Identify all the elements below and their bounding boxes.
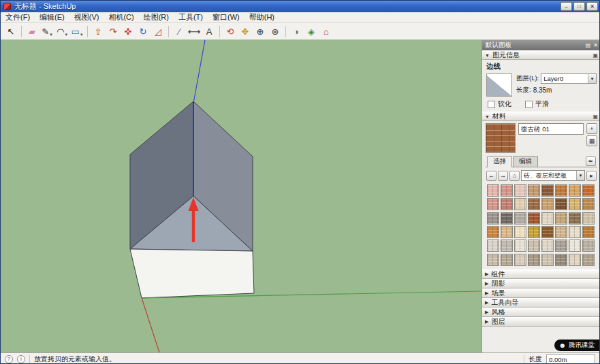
dimension-tool[interactable]: ⟷ bbox=[187, 24, 201, 38]
in-model-button[interactable]: ⌂ bbox=[509, 171, 520, 181]
material-swatch[interactable] bbox=[487, 239, 499, 252]
zoom-extents-tool[interactable]: ⊛ bbox=[268, 24, 282, 38]
material-swatch[interactable] bbox=[528, 226, 540, 238]
panel-section-collapsed-1[interactable]: ▶阴影 bbox=[482, 279, 600, 288]
material-swatch[interactable] bbox=[487, 198, 499, 210]
line-tool-dropdown-icon[interactable]: ▾ bbox=[50, 32, 52, 37]
category-dropdown-icon[interactable]: ▾ bbox=[576, 171, 584, 180]
measurement-input[interactable]: 0.00m bbox=[546, 354, 595, 364]
smooth-box[interactable] bbox=[525, 101, 533, 108]
smooth-checkbox[interactable]: 平滑 bbox=[525, 99, 549, 109]
front-face[interactable] bbox=[130, 249, 254, 298]
material-swatch[interactable] bbox=[569, 254, 581, 266]
material-swatch[interactable] bbox=[569, 184, 581, 197]
panel-section-collapsed-0[interactable]: ▶组件 bbox=[482, 269, 600, 279]
panel-section-collapsed-2[interactable]: ▶场景 bbox=[482, 288, 600, 298]
material-swatch[interactable] bbox=[487, 212, 499, 225]
material-swatch[interactable] bbox=[487, 184, 499, 197]
pan-tool[interactable]: ✥ bbox=[238, 24, 252, 38]
menu-item-4[interactable]: 绘图(R) bbox=[139, 12, 174, 22]
back-button[interactable]: ← bbox=[486, 171, 496, 181]
scale-tool[interactable]: ◿ bbox=[151, 24, 165, 38]
material-swatch[interactable] bbox=[582, 239, 595, 252]
material-swatch[interactable] bbox=[582, 226, 595, 238]
model-canvas[interactable] bbox=[1, 40, 481, 352]
details-button[interactable]: ▸ bbox=[586, 171, 597, 181]
material-swatch[interactable] bbox=[555, 226, 567, 238]
soften-box[interactable] bbox=[488, 101, 495, 108]
move-tool[interactable]: ✜ bbox=[121, 24, 135, 38]
material-swatch[interactable] bbox=[569, 239, 581, 252]
material-swatch[interactable] bbox=[569, 226, 581, 238]
menu-item-7[interactable]: 帮助(H) bbox=[244, 12, 279, 22]
panel-options-icon[interactable]: ▤ bbox=[586, 42, 591, 48]
detach-icon[interactable]: ▣ bbox=[593, 114, 598, 120]
material-swatch[interactable] bbox=[541, 184, 554, 197]
layer-dropdown-icon[interactable]: ▾ bbox=[588, 74, 596, 83]
arc-tool-dropdown-icon[interactable]: ▾ bbox=[65, 32, 67, 37]
menu-item-6[interactable]: 窗口(W) bbox=[208, 12, 244, 22]
material-swatch[interactable] bbox=[501, 198, 513, 210]
materials-tab-0[interactable]: 选择 bbox=[487, 156, 512, 167]
material-swatch[interactable] bbox=[555, 239, 567, 252]
entity-info-header[interactable]: ▼ 图元信息 ▣ bbox=[482, 50, 600, 60]
material-swatch[interactable] bbox=[528, 254, 540, 266]
detach-icon[interactable]: ▣ bbox=[593, 52, 598, 59]
create-material-button[interactable]: + bbox=[586, 123, 597, 134]
forward-button[interactable]: → bbox=[498, 171, 508, 181]
materials-tool[interactable]: ◈ bbox=[304, 24, 318, 38]
material-swatch[interactable] bbox=[514, 226, 526, 238]
material-swatch[interactable] bbox=[541, 254, 554, 266]
menu-item-5[interactable]: 工具(T) bbox=[174, 12, 208, 22]
tencent-classroom-notification[interactable]: ☻ 腾讯课堂 bbox=[554, 340, 599, 351]
followme-tool[interactable]: ↷ bbox=[106, 24, 120, 38]
material-swatch[interactable] bbox=[569, 198, 581, 210]
menu-item-2[interactable]: 视图(V) bbox=[69, 12, 104, 22]
soften-checkbox[interactable]: 软化 bbox=[488, 99, 511, 109]
select-tool[interactable]: ↖ bbox=[4, 24, 18, 38]
material-swatch[interactable] bbox=[582, 184, 595, 197]
material-swatch[interactable] bbox=[501, 226, 513, 238]
help-icon[interactable]: ? bbox=[5, 355, 13, 363]
layer-select[interactable]: Layer0 ▾ bbox=[541, 73, 597, 84]
warehouse-tool[interactable]: ⌂ bbox=[319, 24, 333, 38]
material-preview[interactable] bbox=[486, 123, 516, 153]
panel-close-icon[interactable]: ✕ bbox=[593, 42, 598, 48]
shapes-tool[interactable]: ▭▾ bbox=[70, 24, 84, 38]
sample-paint-button[interactable]: ✒ bbox=[586, 156, 596, 166]
zoom-tool[interactable]: ⊕ bbox=[253, 24, 267, 38]
material-swatch[interactable] bbox=[555, 184, 567, 197]
close-button[interactable]: ✕ bbox=[586, 2, 598, 11]
pushpull-tool[interactable]: ⇧ bbox=[91, 24, 105, 38]
material-swatch[interactable] bbox=[528, 212, 540, 225]
info-icon[interactable]: i bbox=[17, 355, 25, 363]
panel-section-collapsed-5[interactable]: ▶图层 bbox=[482, 317, 600, 327]
material-swatch[interactable] bbox=[569, 212, 581, 225]
styles-tool[interactable]: ◑ bbox=[289, 24, 303, 38]
material-swatch[interactable] bbox=[555, 254, 567, 266]
maximize-button[interactable]: □ bbox=[573, 2, 585, 11]
material-swatch[interactable] bbox=[541, 212, 554, 225]
material-swatch[interactable] bbox=[582, 212, 595, 225]
material-swatch[interactable] bbox=[501, 212, 513, 225]
minimize-button[interactable]: – bbox=[560, 2, 572, 11]
material-swatch[interactable] bbox=[501, 184, 513, 197]
viewport[interactable] bbox=[1, 40, 481, 352]
material-swatch[interactable] bbox=[541, 198, 554, 210]
panel-section-collapsed-3[interactable]: ▶工具向导 bbox=[482, 298, 600, 308]
text-tool[interactable]: A bbox=[202, 24, 216, 38]
eraser-tool[interactable]: ▰ bbox=[25, 24, 39, 38]
secondary-pane-button[interactable]: ▦ bbox=[586, 135, 597, 146]
menu-item-0[interactable]: 文件(F) bbox=[1, 12, 35, 22]
material-swatch[interactable] bbox=[541, 226, 554, 238]
line-tool[interactable]: ✎▾ bbox=[40, 24, 54, 38]
materials-header[interactable]: ▼ 材料 ▣ bbox=[482, 112, 600, 121]
material-swatch[interactable] bbox=[514, 254, 526, 266]
menu-item-1[interactable]: 编辑(E) bbox=[35, 12, 69, 22]
menu-item-3[interactable]: 相机(C) bbox=[104, 12, 138, 22]
material-swatch[interactable] bbox=[487, 226, 499, 238]
material-swatch[interactable] bbox=[487, 254, 499, 266]
material-swatch[interactable] bbox=[528, 239, 540, 252]
material-swatch[interactable] bbox=[501, 239, 513, 252]
material-swatch[interactable] bbox=[528, 198, 540, 210]
